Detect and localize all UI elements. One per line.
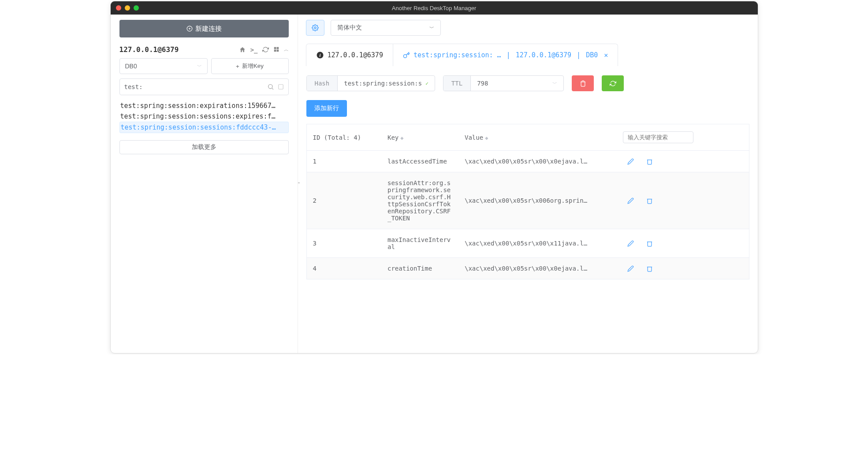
tab-separator: |	[507, 51, 510, 59]
svg-line-8	[272, 88, 273, 89]
db-select[interactable]: DB0 ﹀	[119, 58, 208, 74]
plus-circle-icon	[186, 26, 193, 32]
search-icon[interactable]	[267, 83, 274, 90]
table-row: 4 creationTime \xac\xed\x00\x05sr\x00\x0…	[306, 258, 749, 279]
cell-value: \xac\xed\x00\x05sr\x00\x0ejava.l…	[458, 151, 617, 172]
cell-value: \xac\xed\x00\x05sr\x00\x0ejava.l…	[458, 258, 617, 279]
db-selected-label: DB0	[125, 63, 137, 70]
delete-key-button[interactable]	[572, 75, 594, 91]
edit-row-button[interactable]	[627, 197, 634, 204]
collapse-icon[interactable]: ︿	[284, 46, 289, 53]
key-item[interactable]: test:spring:session:sessions:fddccc43-…	[119, 122, 289, 133]
key-search-input[interactable]	[124, 83, 264, 90]
table-row: 1 lastAccessedTime \xac\xed\x00\x05sr\x0…	[306, 151, 749, 172]
ttl-label: TTL	[443, 76, 471, 91]
edit-row-button[interactable]	[627, 240, 634, 247]
plus-icon: +	[236, 63, 239, 70]
delete-row-button[interactable]	[646, 240, 653, 247]
cell-key: creationTime	[381, 258, 458, 279]
trash-icon	[646, 197, 653, 204]
key-icon	[403, 52, 410, 59]
key-search	[119, 78, 289, 95]
key-item[interactable]: test:spring:session:expirations:159667…	[119, 100, 289, 111]
trash-icon	[580, 80, 586, 87]
delete-row-button[interactable]	[646, 197, 653, 204]
key-controls: Hash test:spring:session:s ✓ TTL 798 ﹀	[306, 75, 749, 91]
settings-button[interactable]	[306, 20, 324, 36]
ttl-value: 798	[477, 80, 488, 87]
gear-icon	[312, 24, 319, 31]
new-connection-button[interactable]: 新建连接	[119, 20, 289, 37]
minimize-window-button[interactable]	[125, 5, 130, 11]
maximize-window-button[interactable]	[134, 5, 139, 11]
trash-icon	[646, 265, 653, 272]
tab-key-detail[interactable]: test:spring:session: … | 127.0.0.1@6379 …	[393, 44, 618, 66]
delete-row-button[interactable]	[646, 158, 653, 165]
row-actions	[623, 197, 743, 204]
refresh-icon[interactable]	[262, 46, 269, 53]
table-search-input[interactable]	[623, 131, 693, 143]
db-row: DB0 ﹀ + 新增Key	[119, 58, 289, 74]
close-window-button[interactable]	[116, 5, 121, 11]
key-name-value: test:spring:session:s	[344, 80, 422, 87]
cell-id: 4	[306, 258, 381, 279]
svg-rect-3	[274, 47, 276, 49]
svg-rect-5	[274, 49, 276, 52]
row-actions	[623, 158, 743, 165]
key-name-field[interactable]: test:spring:session:s ✓	[338, 76, 435, 91]
edit-row-button[interactable]	[627, 265, 634, 272]
language-select[interactable]: 简体中文 ﹀	[331, 20, 441, 36]
resize-handle[interactable]: ||	[298, 182, 301, 183]
cell-value: \xac\xed\x00\x05sr\x00\x11java.l…	[458, 229, 617, 258]
row-actions	[623, 240, 743, 247]
connection-header: 127.0.0.1@6379 >_ ︿	[119, 45, 289, 54]
check-icon: ✓	[425, 81, 428, 86]
cell-key: sessionAttr:org.springframework.security…	[381, 172, 458, 229]
home-icon[interactable]	[239, 46, 246, 53]
app-window: Another Redis DeskTop Manager 新建连接 127.0…	[110, 1, 758, 353]
chevron-down-icon: ﹀	[429, 25, 434, 31]
edit-icon	[627, 240, 634, 247]
connection-host: 127.0.0.1@6379	[119, 45, 179, 54]
cell-id: 1	[306, 151, 381, 172]
close-tab-button[interactable]: ✕	[604, 51, 608, 59]
edit-icon	[627, 265, 634, 272]
new-key-label: 新增Key	[242, 62, 264, 70]
new-connection-label: 新建连接	[195, 25, 222, 33]
column-header-key[interactable]: Key◆	[381, 124, 458, 151]
key-item[interactable]: test:spring:session:sessions:expires:f…	[119, 111, 289, 122]
language-label: 简体中文	[337, 24, 362, 32]
edit-icon	[627, 158, 634, 165]
ttl-group: TTL 798 ﹀	[443, 75, 564, 91]
cell-id: 2	[306, 172, 381, 229]
cell-key: maxInactiveInterval	[381, 229, 458, 258]
tab-host-label: 127.0.0.1@6379	[516, 51, 571, 59]
sort-icon: ◆	[485, 135, 488, 141]
cell-id: 3	[306, 229, 381, 258]
refresh-key-button[interactable]	[602, 75, 624, 91]
svg-rect-4	[276, 47, 279, 49]
load-more-button[interactable]: 加载更多	[119, 140, 289, 154]
tab-server-info[interactable]: i 127.0.0.1@6379	[306, 44, 393, 66]
key-type-group: Hash test:spring:session:s ✓	[306, 75, 435, 91]
titlebar: Another Redis DeskTop Manager	[111, 1, 758, 15]
delete-row-button[interactable]	[646, 265, 653, 272]
trash-icon	[646, 240, 653, 247]
cell-key: lastAccessedTime	[381, 151, 458, 172]
svg-text:i: i	[319, 53, 320, 58]
ttl-field[interactable]: 798 ﹀	[471, 76, 563, 91]
svg-rect-6	[276, 49, 279, 52]
edit-row-button[interactable]	[627, 158, 634, 165]
terminal-icon[interactable]: >_	[250, 46, 258, 53]
grid-icon[interactable]	[273, 46, 279, 53]
svg-rect-9	[278, 85, 283, 89]
add-row-button[interactable]: 添加新行	[306, 100, 347, 117]
column-header-value[interactable]: Value◆	[458, 124, 617, 151]
sidebar: 新建连接 127.0.0.1@6379 >_ ︿ DB0 ﹀ +	[111, 15, 298, 353]
hash-table: ID (Total: 4) Key◆ Value◆ 1 lastAccessed…	[306, 124, 749, 279]
column-header-id[interactable]: ID (Total: 4)	[306, 124, 381, 151]
new-key-button[interactable]: + 新增Key	[211, 58, 289, 74]
edit-icon	[627, 197, 634, 204]
trash-icon	[646, 158, 653, 165]
exact-match-checkbox[interactable]	[278, 84, 284, 90]
